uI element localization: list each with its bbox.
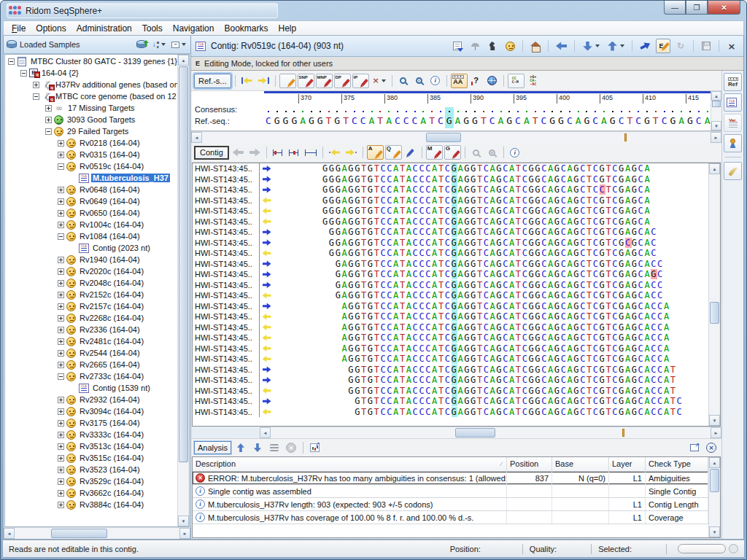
- next-position-icon[interactable]: [344, 145, 359, 160]
- tree-vertical-scrollbar[interactable]: ▲ ▼: [177, 55, 189, 526]
- read-sequence[interactable]: AGGTGTCCATACCCATCGAGGTCAGCATCGGCAGCAGCTC…: [274, 311, 670, 322]
- read-sequence[interactable]: GGGAGGTGTCCATACCCATCGAGGTCAGCATCGGCAGCAG…: [274, 184, 651, 195]
- tree-item[interactable]: Rv2481c (164-04): [5, 335, 177, 347]
- scroll-down-button[interactable]: ▼: [178, 516, 189, 526]
- menu-item-bookmarks[interactable]: Bookmarks: [219, 22, 273, 35]
- menu-item-options[interactable]: Options: [31, 22, 71, 35]
- read-sequence[interactable]: GAGGTGTCCATACCCATCGAGGTCAGCATCGGCAGCAGCT…: [274, 259, 664, 270]
- tree-expander-icon[interactable]: [58, 268, 64, 275]
- analysis-button[interactable]: Analysis: [194, 441, 231, 454]
- next-down-button[interactable]: [580, 39, 602, 53]
- back-button[interactable]: [554, 39, 569, 53]
- tree-item[interactable]: Rv0650 (164-04): [5, 207, 177, 219]
- dp-edit-button[interactable]: DP: [334, 74, 351, 88]
- tree-item[interactable]: Rv3662c (164-04): [5, 487, 177, 499]
- tree-expander-icon[interactable]: [58, 292, 64, 298]
- contig-button[interactable]: Contig: [194, 146, 229, 160]
- tree-item[interactable]: Rv3513c (164-04): [5, 440, 177, 452]
- quality-edit-button[interactable]: Q: [385, 145, 402, 160]
- upload-server-icon[interactable]: [468, 39, 482, 53]
- read-name[interactable]: HWI-ST143:45..: [193, 322, 260, 333]
- scroll-right-button[interactable]: ►: [179, 528, 190, 539]
- tree-expander-icon[interactable]: [58, 163, 64, 170]
- read-name[interactable]: HWI-ST143:45..: [193, 206, 260, 217]
- read-sequence[interactable]: AGGTGTCCATACCCATCGAGGTCAGCATCGGCAGCAGCTC…: [274, 322, 670, 333]
- scrollbar-thumb[interactable]: [710, 469, 719, 492]
- tree-expander-icon[interactable]: [58, 397, 64, 403]
- menu-item-help[interactable]: Help: [274, 22, 302, 35]
- read-sequence[interactable]: GGAGGTGTCCATACCCATCGAGGTCAGCATCGGCAGCAGC…: [274, 248, 657, 259]
- column-header-layer[interactable]: Layer: [609, 457, 646, 471]
- save-icon[interactable]: [699, 39, 713, 53]
- read-sequence[interactable]: AGGTGTCCATACCCATCGAGGTCAGCATCGGCAGCAGCTC…: [274, 301, 670, 312]
- snp-edit-button[interactable]: SNP: [298, 74, 314, 88]
- ip-edit-button[interactable]: IP: [352, 74, 369, 88]
- tree-expander-icon[interactable]: [58, 327, 64, 333]
- read-sequence[interactable]: GGAGGTGTCCATACCCATCGAGGTCAGCATCGGCAGCAGC…: [274, 238, 657, 249]
- tree-expander-icon[interactable]: [45, 105, 52, 112]
- tree-item[interactable]: Rv2152c (164-04): [5, 289, 177, 300]
- indel-display-icon[interactable]: +G+CA--AC: [526, 74, 541, 88]
- tree-expander-icon[interactable]: [58, 420, 64, 427]
- tree-item[interactable]: Rv3515c (164-04): [5, 452, 177, 464]
- scroll-right-button[interactable]: ►: [711, 427, 721, 438]
- next-up-button[interactable]: [605, 39, 627, 53]
- tree-horizontal-scrollbar[interactable]: ◄ ►: [4, 527, 190, 539]
- analysis-row[interactable]: iM.tuberculosis_H37Rv length: 903 (expec…: [193, 498, 708, 511]
- tree-item[interactable]: Rv3884c (164-04): [5, 499, 177, 510]
- close-view-icon[interactable]: ×: [724, 39, 739, 53]
- column-header-position[interactable]: Position: [507, 457, 552, 471]
- tree-expander-icon[interactable]: [20, 70, 27, 77]
- tree-expander-icon[interactable]: [58, 443, 64, 450]
- scroll-down-button[interactable]: ▼: [709, 415, 720, 426]
- read-sequence[interactable]: GTGTCCATACCCATCGAGGTCAGCATCGGCAGCAGCTCGT…: [274, 396, 683, 407]
- lowercase-edit-icon[interactable]: [403, 145, 418, 160]
- tree-expander-icon[interactable]: [58, 490, 64, 497]
- prev-position-icon[interactable]: [327, 145, 342, 160]
- tree-expander-icon[interactable]: [58, 210, 64, 217]
- tree-item[interactable]: Rv2048c (164-04): [5, 277, 177, 289]
- read-name[interactable]: HWI-ST143:45..: [193, 195, 260, 206]
- ref-ruler-button[interactable]: Ref: [724, 73, 742, 91]
- column-header-base[interactable]: Base: [552, 457, 609, 471]
- read-name[interactable]: HWI-ST143:45..: [193, 227, 260, 238]
- tree-item[interactable]: ζqMTBC core genome (based on 12 ge: [5, 90, 177, 102]
- read-sequence[interactable]: GGGAGGTGTCCATACCCATCGAGGTCAGCATCGGCAGCAG…: [274, 174, 651, 185]
- tree-item[interactable]: Rv1940 (164-04): [5, 254, 177, 265]
- read-name[interactable]: HWI-ST143:45..: [193, 248, 260, 259]
- scroll-left-button[interactable]: ◄: [4, 528, 15, 539]
- read-sequence[interactable]: AGGTGTCCATACCCATCGAGGTCAGCATCGGCAGCAGCTC…: [274, 354, 670, 365]
- read-name[interactable]: HWI-ST143:45..: [193, 290, 260, 301]
- menu-item-administration[interactable]: Administration: [71, 22, 137, 35]
- tree-expander-icon[interactable]: [58, 303, 64, 310]
- tree-expander-icon[interactable]: [58, 152, 64, 158]
- scrollbar-thumb[interactable]: [179, 66, 188, 462]
- clear-issues-icon[interactable]: ×: [284, 440, 298, 455]
- scroll-down-button[interactable]: ▼: [709, 526, 720, 537]
- read-name[interactable]: HWI-ST143:45..: [193, 311, 260, 322]
- scroll-right-button[interactable]: ►: [711, 132, 721, 143]
- tree-expander-icon[interactable]: [58, 373, 64, 380]
- reads-vertical-scrollbar[interactable]: ▲ ▼: [708, 163, 720, 426]
- contig-tca-button[interactable]: TCA: [724, 93, 742, 112]
- tree-item[interactable]: TCAContig (1539 nt): [5, 382, 177, 394]
- redo-icon[interactable]: [247, 145, 263, 160]
- tree-expander-icon[interactable]: [58, 408, 64, 415]
- zoom-in-icon[interactable]: [396, 74, 411, 88]
- tree-expander-icon[interactable]: [58, 187, 64, 193]
- tree-expander-icon[interactable]: [45, 117, 52, 123]
- collapse-all-button[interactable]: −: [170, 40, 187, 50]
- mismatch-edit-button[interactable]: M: [426, 145, 443, 160]
- scroll-up-button[interactable]: ▲: [709, 457, 720, 468]
- read-name[interactable]: HWI-ST143:45..: [193, 259, 260, 270]
- read-name[interactable]: HWI-ST143:45..: [193, 238, 260, 249]
- export-task-icon[interactable]: [450, 39, 465, 53]
- read-sequence[interactable]: AGGTGTCCATACCCATCGAGGTCAGCATCGGCAGCAGCTC…: [274, 343, 670, 354]
- read-name[interactable]: HWI-ST143:45..: [193, 217, 260, 228]
- scrollbar-thumb[interactable]: [426, 133, 462, 142]
- scrollbar-thumb[interactable]: [710, 302, 719, 324]
- tree-item[interactable]: ∞17 Missing Targets: [5, 102, 177, 114]
- tree-item[interactable]: Rv2157c (164-04): [5, 300, 177, 312]
- sort-az-button[interactable]: ↓ az: [151, 39, 167, 50]
- prev-difference-icon[interactable]: [239, 74, 255, 88]
